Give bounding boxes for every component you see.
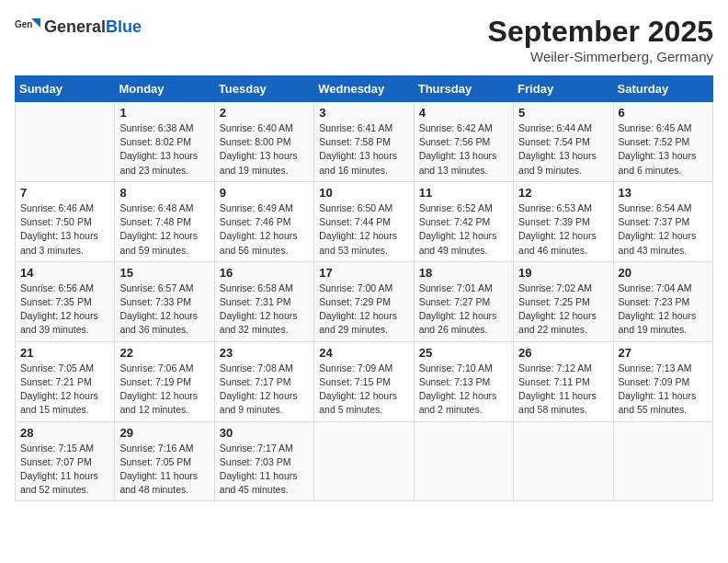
day-info: Sunrise: 6:42 AMSunset: 7:56 PMDaylight:… [419,121,508,178]
calendar-cell: 14Sunrise: 6:56 AMSunset: 7:35 PMDayligh… [16,261,115,341]
day-info: Sunrise: 6:44 AMSunset: 7:54 PMDaylight:… [518,121,608,178]
day-info: Sunrise: 6:49 AMSunset: 7:46 PMDaylight:… [220,201,309,258]
day-number: 9 [220,186,309,200]
calendar-cell: 2Sunrise: 6:40 AMSunset: 8:00 PMDaylight… [214,102,313,182]
day-info: Sunrise: 6:48 AMSunset: 7:48 PMDaylight:… [119,201,209,258]
day-info: Sunrise: 6:54 AMSunset: 7:37 PMDaylight:… [619,201,708,258]
day-info: Sunrise: 6:57 AMSunset: 7:33 PMDaylight:… [119,282,209,338]
calendar-cell: 23Sunrise: 7:08 AMSunset: 7:17 PMDayligh… [214,341,313,421]
calendar-cell: 17Sunrise: 7:00 AMSunset: 7:29 PMDayligh… [314,261,414,341]
day-info: Sunrise: 7:12 AMSunset: 7:11 PMDaylight:… [518,362,608,418]
day-number: 18 [419,266,508,280]
calendar-cell: 21Sunrise: 7:05 AMSunset: 7:21 PMDayligh… [16,341,115,421]
calendar-cell: 19Sunrise: 7:02 AMSunset: 7:25 PMDayligh… [514,261,613,341]
day-number: 24 [319,346,408,360]
calendar-cell: 11Sunrise: 6:52 AMSunset: 7:42 PMDayligh… [414,181,513,261]
weekday-header-tuesday: Tuesday [214,76,313,102]
page-header: Gen GeneralBlue September 2025 Weiler-Si… [15,15,713,64]
weekday-header-sunday: Sunday [16,76,115,102]
weekday-header-monday: Monday [115,76,214,102]
day-number: 28 [20,426,109,440]
calendar-cell: 26Sunrise: 7:12 AMSunset: 7:11 PMDayligh… [514,341,613,421]
day-number: 23 [220,346,309,360]
calendar-cell: 13Sunrise: 6:54 AMSunset: 7:37 PMDayligh… [613,181,712,261]
day-number: 14 [20,266,109,280]
calendar-cell: 10Sunrise: 6:50 AMSunset: 7:44 PMDayligh… [314,181,414,261]
day-number: 10 [319,186,408,200]
day-info: Sunrise: 7:16 AMSunset: 7:05 PMDaylight:… [119,442,209,498]
calendar-week-row: 14Sunrise: 6:56 AMSunset: 7:35 PMDayligh… [16,261,713,341]
day-info: Sunrise: 7:04 AMSunset: 7:23 PMDaylight:… [619,282,708,338]
day-number: 19 [518,266,608,280]
day-number: 27 [619,346,708,360]
logo-text-blue: Blue [106,18,142,37]
calendar-cell: 24Sunrise: 7:09 AMSunset: 7:15 PMDayligh… [314,341,414,421]
calendar-cell: 18Sunrise: 7:01 AMSunset: 7:27 PMDayligh… [414,261,513,341]
day-info: Sunrise: 7:15 AMSunset: 7:07 PMDaylight:… [20,442,109,498]
day-info: Sunrise: 7:08 AMSunset: 7:17 PMDaylight:… [220,362,309,418]
day-number: 22 [119,346,209,360]
calendar-week-row: 1Sunrise: 6:38 AMSunset: 8:02 PMDaylight… [16,102,713,182]
day-info: Sunrise: 6:40 AMSunset: 8:00 PMDaylight:… [220,121,309,178]
calendar-cell: 4Sunrise: 6:42 AMSunset: 7:56 PMDaylight… [414,102,513,182]
calendar-week-row: 21Sunrise: 7:05 AMSunset: 7:21 PMDayligh… [16,341,713,421]
calendar-cell: 7Sunrise: 6:46 AMSunset: 7:50 PMDaylight… [16,181,115,261]
calendar-cell: 1Sunrise: 6:38 AMSunset: 8:02 PMDaylight… [115,102,214,182]
calendar-table: SundayMondayTuesdayWednesdayThursdayFrid… [15,75,713,501]
day-info: Sunrise: 7:05 AMSunset: 7:21 PMDaylight:… [20,362,109,418]
weekday-header-wednesday: Wednesday [314,76,414,102]
day-info: Sunrise: 7:01 AMSunset: 7:27 PMDaylight:… [419,282,508,338]
day-number: 5 [518,106,608,120]
day-info: Sunrise: 6:46 AMSunset: 7:50 PMDaylight:… [20,201,109,258]
calendar-cell: 28Sunrise: 7:15 AMSunset: 7:07 PMDayligh… [16,421,115,501]
day-info: Sunrise: 7:10 AMSunset: 7:13 PMDaylight:… [419,362,508,418]
day-number: 20 [619,266,708,280]
day-info: Sunrise: 6:52 AMSunset: 7:42 PMDaylight:… [419,201,508,258]
calendar-cell: 6Sunrise: 6:45 AMSunset: 7:52 PMDaylight… [613,102,712,182]
day-info: Sunrise: 6:58 AMSunset: 7:31 PMDaylight:… [220,282,309,338]
svg-marker-1 [31,18,40,28]
calendar-cell: 27Sunrise: 7:13 AMSunset: 7:09 PMDayligh… [613,341,712,421]
weekday-header-row: SundayMondayTuesdayWednesdayThursdayFrid… [16,76,713,102]
weekday-header-saturday: Saturday [613,76,712,102]
day-number: 26 [518,346,608,360]
calendar-cell: 29Sunrise: 7:16 AMSunset: 7:05 PMDayligh… [115,421,214,501]
title-area: September 2025 Weiler-Simmerberg, German… [488,15,713,64]
calendar-cell [414,421,513,501]
day-info: Sunrise: 6:50 AMSunset: 7:44 PMDaylight:… [319,201,408,258]
day-info: Sunrise: 7:06 AMSunset: 7:19 PMDaylight:… [119,362,209,418]
calendar-cell [314,421,414,501]
calendar-cell: 30Sunrise: 7:17 AMSunset: 7:03 PMDayligh… [214,421,313,501]
day-number: 8 [119,186,209,200]
svg-text:Gen: Gen [15,19,32,29]
day-info: Sunrise: 7:02 AMSunset: 7:25 PMDaylight:… [518,282,608,338]
day-info: Sunrise: 7:09 AMSunset: 7:15 PMDaylight:… [319,362,408,418]
calendar-cell: 20Sunrise: 7:04 AMSunset: 7:23 PMDayligh… [613,261,712,341]
day-info: Sunrise: 6:45 AMSunset: 7:52 PMDaylight:… [619,121,708,178]
calendar-cell: 15Sunrise: 6:57 AMSunset: 7:33 PMDayligh… [115,261,214,341]
day-number: 25 [419,346,508,360]
day-info: Sunrise: 7:17 AMSunset: 7:03 PMDaylight:… [220,442,309,498]
weekday-header-thursday: Thursday [414,76,513,102]
calendar-cell [514,421,613,501]
calendar-cell: 22Sunrise: 7:06 AMSunset: 7:19 PMDayligh… [115,341,214,421]
calendar-cell: 3Sunrise: 6:41 AMSunset: 7:58 PMDaylight… [314,102,414,182]
day-info: Sunrise: 6:41 AMSunset: 7:58 PMDaylight:… [319,121,408,178]
day-number: 1 [119,106,209,120]
calendar-week-row: 28Sunrise: 7:15 AMSunset: 7:07 PMDayligh… [16,421,713,501]
day-number: 3 [319,106,408,120]
calendar-cell: 8Sunrise: 6:48 AMSunset: 7:48 PMDaylight… [115,181,214,261]
weekday-header-friday: Friday [514,76,613,102]
calendar-cell [613,421,712,501]
day-number: 12 [518,186,608,200]
day-number: 16 [220,266,309,280]
day-number: 4 [419,106,508,120]
day-number: 15 [119,266,209,280]
day-number: 13 [619,186,708,200]
calendar-cell: 25Sunrise: 7:10 AMSunset: 7:13 PMDayligh… [414,341,513,421]
day-info: Sunrise: 7:00 AMSunset: 7:29 PMDaylight:… [319,282,408,338]
day-info: Sunrise: 6:53 AMSunset: 7:39 PMDaylight:… [518,201,608,258]
calendar-cell [16,102,115,182]
day-info: Sunrise: 6:56 AMSunset: 7:35 PMDaylight:… [20,282,109,338]
calendar-cell: 5Sunrise: 6:44 AMSunset: 7:54 PMDaylight… [514,102,613,182]
